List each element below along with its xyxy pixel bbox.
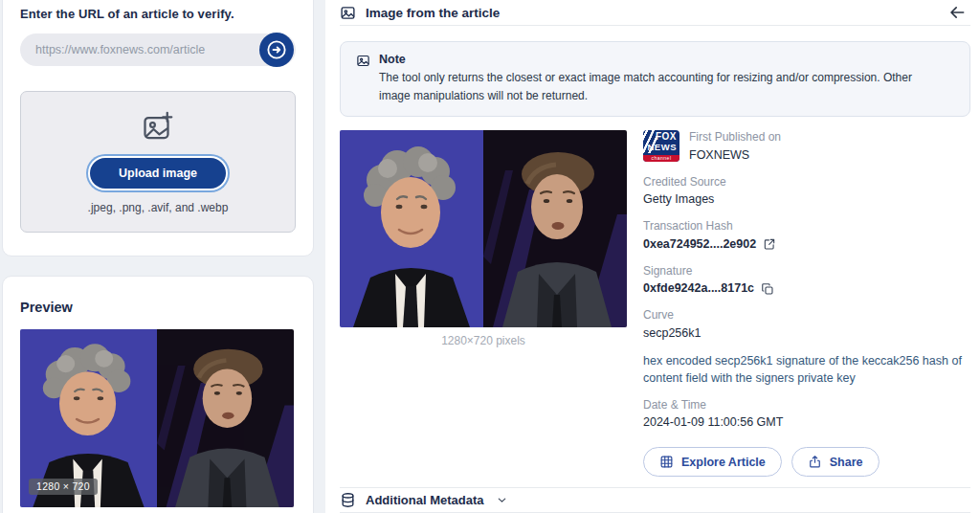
datetime-group: Date & Time 2024-01-09 11:00:56 GMT xyxy=(643,398,970,431)
share-icon xyxy=(808,455,822,469)
datetime-value: 2024-01-09 11:00:56 GMT xyxy=(643,414,970,431)
metadata-column: FOX NEWS channel First Published on FOXN… xyxy=(643,130,970,477)
signature-group: Signature 0xfde9242a....8171c xyxy=(643,264,970,297)
transaction-hash-label: Transaction Hash xyxy=(643,219,970,234)
logo-text-channel: channel xyxy=(643,155,679,162)
signature-value: 0xfde9242a....8171c xyxy=(643,280,754,297)
note-title: Note xyxy=(379,53,929,66)
article-image-figure: 1280×720 pixels xyxy=(340,130,627,477)
credited-source-value: Getty Images xyxy=(643,191,970,208)
url-verify-card: Enter the URL of an article to verify. xyxy=(2,0,314,256)
preview-card: Preview 1280 × 720 xyxy=(2,276,314,513)
upload-image-button[interactable]: Upload image xyxy=(90,158,226,189)
publisher-label: First Published on xyxy=(689,130,781,145)
image-icon xyxy=(340,5,356,21)
copy-icon[interactable] xyxy=(761,282,774,296)
explore-article-label: Explore Article xyxy=(681,456,766,469)
actions-row: Explore Article Share xyxy=(643,447,970,477)
curve-value: secp256k1 xyxy=(643,325,970,342)
note-box: Note The tool only returns the closest o… xyxy=(340,41,970,117)
left-sidebar: Enter the URL of an article to verify. xyxy=(0,0,325,513)
curve-group: Curve secp256k1 xyxy=(643,308,970,341)
additional-metadata-toggle[interactable]: Additional Metadata xyxy=(340,488,970,512)
preview-image: 1280 × 720 xyxy=(20,329,294,507)
note-body: The tool only returns the closest or exa… xyxy=(379,69,929,104)
article-image xyxy=(340,130,627,327)
additional-metadata-title: Additional Metadata xyxy=(366,493,484,507)
publisher-row: FOX NEWS channel First Published on FOXN… xyxy=(643,130,970,163)
back-button[interactable] xyxy=(944,1,970,24)
article-photo-artwork xyxy=(340,130,627,327)
share-button[interactable]: Share xyxy=(791,447,880,477)
curve-label: Curve xyxy=(643,308,970,323)
submit-url-button[interactable] xyxy=(259,33,294,67)
datetime-label: Date & Time xyxy=(643,398,970,413)
upload-formats-text: .jpeg, .png, .avif, and .webp xyxy=(88,201,229,214)
publisher-info: First Published on FOXNEWS xyxy=(689,130,781,163)
result-panel-header: Image from the article xyxy=(340,0,970,25)
database-icon xyxy=(340,492,356,508)
result-content: 1280×720 pixels FOX NEWS channel First P… xyxy=(340,130,970,477)
transaction-hash-row: 0xea724952....2e902 xyxy=(643,236,970,253)
credited-source-label: Credited Source xyxy=(643,175,970,190)
share-label: Share xyxy=(830,456,863,469)
explore-article-button[interactable]: Explore Article xyxy=(643,447,782,477)
image-icon xyxy=(356,54,370,104)
preview-heading: Preview xyxy=(20,300,298,315)
panel-title: Image from the article xyxy=(366,6,500,20)
signature-label: Signature xyxy=(643,264,970,279)
transaction-hash-group: Transaction Hash 0xea724952....2e902 xyxy=(643,219,970,252)
arrow-left-icon xyxy=(947,3,967,22)
credited-source-group: Credited Source Getty Images xyxy=(643,175,970,208)
result-panel: Image from the article Note The tool onl… xyxy=(325,0,980,513)
signature-description: hex encoded secp256k1 signature of the k… xyxy=(643,352,964,387)
image-size-badge: 1280 × 720 xyxy=(29,479,98,495)
grid-icon xyxy=(659,455,674,469)
header-divider xyxy=(340,25,970,26)
verify-tool-app: Enter the URL of an article to verify. xyxy=(0,0,980,513)
image-plus-icon xyxy=(141,109,175,147)
article-url-input[interactable] xyxy=(20,33,296,66)
signature-row: 0xfde9242a....8171c xyxy=(643,280,970,297)
transaction-hash-value: 0xea724952....2e902 xyxy=(643,236,756,253)
external-link-icon[interactable] xyxy=(763,237,776,251)
image-dimensions-caption: 1280×720 pixels xyxy=(340,334,627,347)
chevron-down-icon xyxy=(496,494,508,506)
publisher-value: FOXNEWS xyxy=(689,147,781,164)
url-section-heading: Enter the URL of an article to verify. xyxy=(20,7,296,21)
note-content: Note The tool only returns the closest o… xyxy=(379,53,929,104)
fox-news-logo: FOX NEWS channel xyxy=(643,130,679,162)
upload-dropzone[interactable]: Upload image .jpeg, .png, .avif, and .we… xyxy=(20,91,296,233)
arrow-right-circle-icon xyxy=(264,37,289,62)
url-input-wrap xyxy=(20,33,296,66)
logo-beams xyxy=(643,130,657,153)
